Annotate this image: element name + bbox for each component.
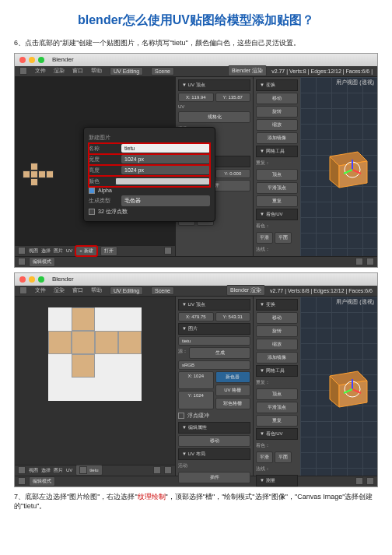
shade-flat[interactable]: 平面	[275, 232, 292, 244]
close-icon[interactable]	[19, 276, 26, 283]
menu-image[interactable]: 图片	[54, 248, 63, 255]
flat-btn[interactable]: 重复	[256, 195, 298, 207]
shade-smooth[interactable]: 平滑	[256, 232, 273, 244]
editor-type-icon[interactable]	[18, 466, 26, 474]
render-engine-dropdown[interactable]: Blender 渲染	[228, 65, 267, 76]
axis-gizmo-icon[interactable]	[341, 378, 364, 402]
colorgrid-btn[interactable]: 彩色格栅	[215, 398, 251, 409]
layers-icon[interactable]	[366, 477, 374, 485]
uvmap-y[interactable]: Y: 0.000	[215, 169, 251, 178]
pin-icon[interactable]	[153, 466, 161, 474]
smooth-vertex-btn[interactable]: 平滑顶点	[256, 402, 298, 413]
menu-window[interactable]: 窗口	[72, 67, 83, 75]
uv-layout-header[interactable]: ▼ UV 布局	[178, 448, 250, 460]
transform-header[interactable]: ▼ 变换	[256, 299, 298, 311]
uv-editor-viewport[interactable]: 新建图片 名称 tietu 宽度 1024 px 高度 1024 px	[15, 77, 175, 245]
editor-type-3d-icon[interactable]	[18, 258, 26, 265]
mirror-btn[interactable]: 添加镜像	[256, 352, 298, 364]
layout-dropdown[interactable]: UV Editing	[110, 286, 143, 295]
scene-dropdown[interactable]: Scene	[151, 286, 174, 295]
mode-select[interactable]: 编辑模式	[29, 476, 55, 487]
uv-x-value[interactable]: X: 119.94	[178, 93, 214, 102]
floatbuf-check[interactable]: 浮点缓冲	[178, 411, 250, 420]
close-icon[interactable]	[19, 57, 26, 63]
editor-type-3d-icon[interactable]	[18, 477, 26, 485]
snap-icon[interactable]	[355, 258, 363, 265]
3d-viewport-2[interactable]: 用户视图 (透视)	[300, 297, 377, 476]
snap-icon[interactable]	[355, 477, 363, 485]
shading-header[interactable]: ▼ 着色/UV	[256, 428, 298, 440]
pin-icon[interactable]	[164, 247, 172, 255]
img-x[interactable]: X: 1024	[178, 371, 214, 390]
menu-view[interactable]: 视图	[29, 467, 38, 474]
zoom-icon[interactable]	[38, 276, 44, 283]
img-y[interactable]: Y: 1024	[178, 391, 214, 409]
translate-btn[interactable]: 移动	[256, 312, 298, 324]
smooth-vertex-btn[interactable]: 平滑顶点	[256, 182, 298, 194]
meshtools-header[interactable]: ▼ 网格工具	[256, 146, 298, 157]
menu-window[interactable]: 窗口	[72, 286, 83, 294]
dropdown-gentype[interactable]: 毛色器	[121, 195, 210, 206]
render-engine-dropdown[interactable]: Blender 渲染	[226, 285, 265, 296]
vertex-btn[interactable]: 顶点	[256, 388, 298, 400]
uvgrid-btn[interactable]: UV 格栅	[215, 385, 251, 396]
info-icon[interactable]	[19, 286, 27, 294]
mode-select[interactable]: 编辑模式	[29, 257, 55, 267]
shade-smooth[interactable]: 平滑	[256, 451, 273, 463]
new-image-button[interactable]: + 新建	[75, 246, 96, 256]
measure-header[interactable]: ▼ 测量	[256, 475, 298, 487]
input-name[interactable]: tietu	[121, 144, 210, 153]
scale-btn[interactable]: 缩放	[256, 339, 298, 350]
menu-render[interactable]: 渲染	[54, 67, 65, 75]
minimize-icon[interactable]	[29, 276, 35, 283]
menu-image[interactable]: 图片	[54, 467, 63, 474]
3d-viewport[interactable]: 用户视图 (透视)	[300, 77, 377, 256]
rotate-btn[interactable]: 旋转	[256, 106, 298, 118]
vertex-btn[interactable]: 顶点	[256, 169, 298, 181]
editor-type-icon[interactable]	[18, 247, 26, 255]
menu-uvs[interactable]: UV	[66, 248, 72, 253]
input-width[interactable]: 1024 px	[121, 155, 210, 163]
image-dropdown[interactable]: tietu	[75, 465, 102, 476]
src-field[interactable]: 生成	[189, 347, 250, 359]
info-icon[interactable]	[19, 67, 27, 75]
move-btn[interactable]: 移动	[178, 435, 250, 447]
shading-header[interactable]: ▼ 着色/UV	[256, 209, 298, 220]
uv-y[interactable]: Y: 543.31	[215, 312, 251, 321]
expand-icon[interactable]	[164, 466, 172, 474]
uv-editor-viewport-2[interactable]	[15, 297, 175, 465]
image-name[interactable]: tietu	[178, 336, 250, 346]
addon-btn[interactable]: 插件	[178, 472, 250, 483]
scale-btn[interactable]: 缩放	[256, 119, 298, 131]
menu-uvs[interactable]: UV	[66, 468, 72, 472]
menu-select[interactable]: 选择	[41, 248, 51, 255]
menu-select[interactable]: 选择	[41, 467, 51, 474]
minimize-icon[interactable]	[29, 57, 35, 63]
newcolor-btn[interactable]: 新色器	[215, 371, 251, 383]
edit-props-header[interactable]: ▼ 编辑属性	[178, 422, 250, 434]
mirror-btn[interactable]: 添加镜像	[256, 132, 298, 144]
uv-vertex-header[interactable]: ▼ UV 顶点	[178, 79, 250, 91]
menu-help[interactable]: 帮助	[91, 286, 102, 294]
transform-header[interactable]: ▼ 变换	[256, 79, 298, 91]
menu-help[interactable]: 帮助	[91, 67, 102, 75]
input-height[interactable]: 1024 px	[121, 166, 210, 174]
color-swatch[interactable]	[115, 177, 210, 185]
checkbox-alpha[interactable]: Alpha	[89, 187, 210, 195]
open-image-button[interactable]: 打开	[100, 246, 117, 256]
rotate-btn[interactable]: 旋转	[256, 325, 298, 337]
uv-vertex-header[interactable]: ▼ UV 顶点	[178, 299, 250, 311]
flat-btn[interactable]: 重复	[256, 415, 298, 427]
image-header[interactable]: ▼ 图片	[178, 323, 250, 335]
menu-file[interactable]: 文件	[35, 67, 46, 75]
zoom-icon[interactable]	[38, 57, 44, 63]
menu-view[interactable]: 视图	[29, 248, 38, 255]
checkbox-float[interactable]: 32 位浮点数	[89, 207, 210, 216]
normalize-button[interactable]: 规格化	[178, 111, 250, 123]
meshtools-header[interactable]: ▼ 网格工具	[256, 365, 298, 377]
uv-y-value[interactable]: Y: 135.87	[215, 93, 251, 102]
layers-icon[interactable]	[366, 258, 374, 265]
translate-btn[interactable]: 移动	[256, 93, 298, 104]
menu-file[interactable]: 文件	[35, 286, 46, 294]
shade-flat[interactable]: 平面	[275, 451, 292, 463]
